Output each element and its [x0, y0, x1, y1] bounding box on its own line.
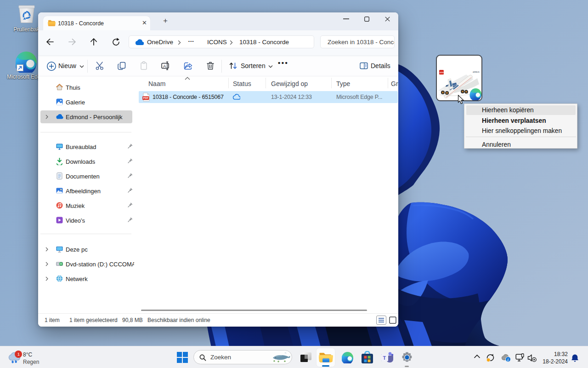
svg-text:T: T	[383, 355, 386, 361]
svg-text:A: A	[163, 63, 166, 69]
svg-text:AIRBUS: AIRBUS	[473, 71, 480, 73]
svg-text:LEGO: LEGO	[440, 72, 444, 74]
svg-text:PDF: PDF	[143, 97, 149, 99]
svg-text:1: 1	[17, 351, 20, 356]
